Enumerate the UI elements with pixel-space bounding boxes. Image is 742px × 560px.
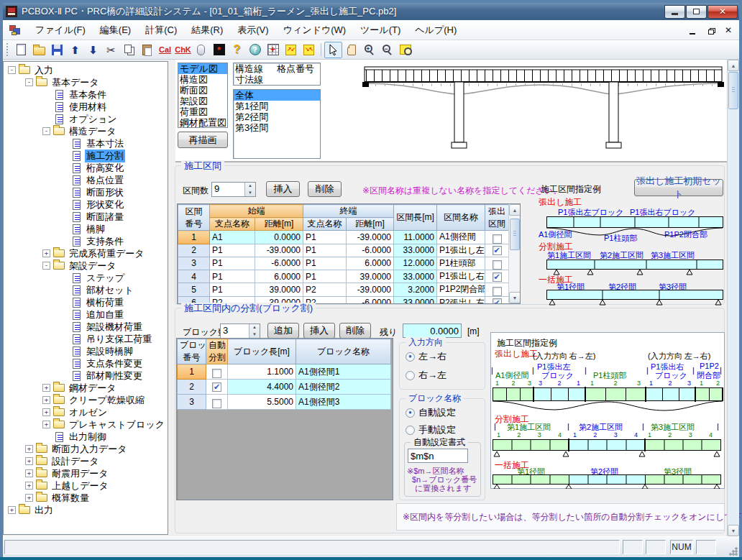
tree-expander[interactable]: + — [42, 384, 50, 392]
resize-grip[interactable] — [728, 546, 738, 556]
tree-item-steel-data[interactable]: +鋼材データ — [4, 382, 168, 394]
list-item-structure-line[interactable]: 構造線 — [234, 63, 275, 74]
tree-item-basic-data[interactable]: -基本データ — [4, 76, 168, 88]
run-button[interactable]: * — [210, 42, 228, 58]
tree-item-design-data[interactable]: +設計データ — [4, 455, 168, 467]
tree-item-additional-weight[interactable]: 追加自重 — [4, 308, 168, 321]
scroll-down-icon[interactable]: ▼ — [509, 292, 521, 303]
tree-expander[interactable]: + — [42, 408, 50, 416]
help-button[interactable]: ? — [228, 42, 246, 58]
scroll-up-icon[interactable]: ▲ — [509, 204, 521, 216]
tree-item-support-change[interactable]: 支点条件変更 — [4, 357, 168, 369]
list-item-erection[interactable]: 架設図 — [178, 96, 227, 106]
cantilever-checkbox[interactable]: ✔ — [493, 272, 502, 282]
table-row[interactable]: 4P16.0000P139.000033.0000P1張出し右✔ — [178, 270, 509, 283]
table-row[interactable]: 11.1000A1側径間1 — [178, 364, 391, 380]
delete-block-button[interactable]: 削除 — [339, 323, 371, 339]
pan-tool-button[interactable] — [342, 42, 360, 58]
maximize-button[interactable] — [686, 5, 707, 19]
tree-expander[interactable]: + — [42, 396, 50, 404]
table-row[interactable]: 3P1-6.0000P16.000012.0000P1柱頭部 — [178, 257, 509, 270]
zoom-window-button[interactable] — [396, 42, 414, 58]
scroll-down-icon[interactable]: ▼ — [728, 525, 739, 536]
tree-item-girder-height[interactable]: 桁高変化 — [4, 162, 168, 174]
section-count-spinner[interactable]: 9 ▲▼ — [211, 182, 256, 197]
tree-item-output[interactable]: +出力 — [4, 504, 168, 516]
menu-result[interactable]: 結果(R) — [184, 20, 230, 40]
tree-item-materials[interactable]: 使用材料 — [4, 101, 168, 113]
tree-item-section-properties[interactable]: 断面諸量 — [4, 211, 168, 223]
table-scrollbar[interactable]: ▲ ▼ — [508, 204, 521, 303]
tree-item-member-stiffness-change[interactable]: 部材剛性変更 — [4, 369, 168, 382]
scrollbar-thumb[interactable] — [510, 219, 520, 250]
block-count-spinner[interactable]: 3 ▲▼ — [220, 323, 260, 339]
list-item-structure[interactable]: 構造図 — [178, 74, 227, 85]
tree-item-precast-block[interactable]: +プレキャストブロック — [4, 418, 168, 431]
cantilever-init-set-button[interactable]: 張出し施工初期セット — [634, 179, 723, 196]
tree-item-erection-data[interactable]: -架設データ — [4, 260, 168, 272]
tree-item-cross-girder-load[interactable]: 横桁荷重 — [4, 296, 168, 308]
tree-item-suspended-support-load[interactable]: 吊り支保工荷重 — [4, 333, 168, 345]
save-button[interactable] — [48, 42, 66, 58]
cantilever-checkbox[interactable]: ✔ — [493, 298, 502, 304]
tree-item-shape-change[interactable]: 形状変化 — [4, 198, 168, 211]
scroll-up-icon[interactable]: ▲ — [728, 60, 739, 71]
list-item-steel-layout[interactable]: 鋼材配置図 — [178, 117, 227, 128]
cantilever-checkbox[interactable]: ✔ — [493, 246, 502, 255]
help-topic-button[interactable]: ? — [246, 42, 264, 58]
tree-item-construction-division[interactable]: 施工分割 — [4, 150, 168, 162]
mdi-restore-button[interactable] — [706, 26, 716, 35]
move-down-button[interactable]: ⬇ — [84, 42, 102, 58]
zoom-out-button[interactable]: − — [378, 42, 396, 58]
copy-button[interactable] — [120, 42, 138, 58]
list-item-dimension-line[interactable]: 寸法線 — [234, 74, 275, 85]
tree-item-structure-data[interactable]: -構造データ — [4, 125, 168, 137]
list-item-span2[interactable]: 第2径間 — [234, 111, 320, 122]
cantilever-checkbox[interactable] — [493, 287, 502, 296]
insert-block-button[interactable]: 挿入 — [303, 323, 335, 339]
list-item-span1[interactable]: 第1径間 — [234, 101, 320, 111]
menu-file[interactable]: ファイル(F) — [28, 20, 93, 40]
tree-item-creep-shrinkage[interactable]: +クリープ乾燥収縮 — [4, 394, 168, 406]
tree-expander[interactable]: - — [42, 262, 50, 270]
spin-up-icon[interactable]: ▲ — [249, 324, 260, 331]
table-row[interactable]: 5P139.0000P2-39.00003.2000P1P2閉合部 — [178, 283, 509, 297]
tree-expander[interactable]: - — [8, 66, 16, 74]
zoom-compress-button[interactable]: ↘↖ — [300, 42, 318, 58]
cantilever-checkbox[interactable] — [493, 234, 502, 244]
mdi-minimize-button[interactable] — [687, 26, 697, 35]
spin-down-icon[interactable]: ▼ — [245, 190, 255, 197]
tree-expander[interactable]: + — [25, 457, 33, 465]
tree-expander[interactable]: + — [25, 445, 33, 453]
list-item-whole[interactable]: 全体 — [234, 90, 320, 101]
tree-expander[interactable]: + — [42, 249, 50, 257]
tree-item-output-control[interactable]: 出力制御 — [4, 431, 168, 443]
tree-item-seismic-data[interactable]: +耐震用データ — [4, 467, 168, 479]
spin-up-icon[interactable]: ▲ — [245, 183, 255, 190]
tree-expander[interactable]: + — [42, 421, 50, 428]
redraw-button[interactable]: 再描画 — [178, 132, 228, 148]
table-row[interactable]: 35.5000A1側径間3 — [178, 395, 391, 410]
radio-left-to-right[interactable]: ●左→右 — [406, 350, 446, 363]
table-row[interactable]: 2✔4.4000A1側径間2 — [178, 380, 391, 395]
menu-help[interactable]: ヘルプ(H) — [408, 20, 464, 40]
tree-item-input[interactable]: -入力 — [4, 64, 168, 76]
new-file-button[interactable] — [12, 42, 30, 58]
tree-expander[interactable]: - — [25, 78, 33, 86]
table-row[interactable]: 1A10.0000P1-39.000011.0000A1側径間 — [178, 231, 509, 244]
tree-expander[interactable]: - — [42, 127, 50, 135]
tree-item-camber-data[interactable]: +上越しデータ — [4, 479, 168, 492]
document-icon[interactable] — [9, 25, 21, 35]
open-file-button[interactable] — [30, 42, 48, 58]
menu-window[interactable]: ウィンドウ(W) — [276, 20, 353, 40]
calc-button[interactable]: Cal — [156, 42, 174, 58]
tree-item-basic-dimensions[interactable]: 基本寸法 — [4, 137, 168, 150]
minimize-button[interactable] — [664, 5, 685, 19]
list-item-span3[interactable]: 第3径間 — [234, 122, 320, 133]
auto-split-checkbox[interactable] — [212, 369, 221, 378]
tree-item-erection-pier[interactable]: 架設時橋脚 — [4, 345, 168, 357]
menu-edit[interactable]: 編集(E) — [93, 20, 138, 40]
paste-button[interactable] — [138, 42, 156, 58]
tree-item-erection-equipment-load[interactable]: 架設機材荷重 — [4, 321, 168, 333]
toolbar-grip[interactable] — [6, 43, 9, 56]
